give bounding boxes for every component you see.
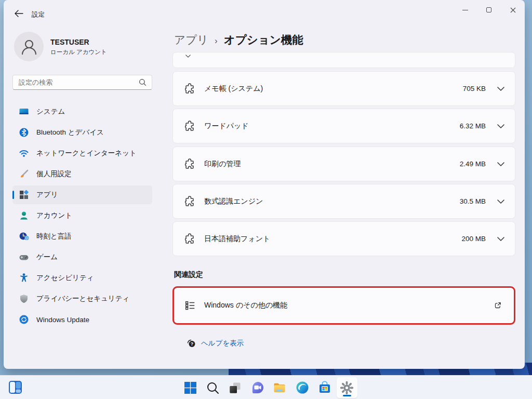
page-title: オプション機能 (224, 32, 303, 47)
sidebar-item-bluetooth[interactable]: Bluetooth とデバイス (12, 123, 152, 142)
help-link[interactable]: ヘルプを表示 (201, 339, 244, 348)
avatar[interactable] (14, 32, 44, 61)
store-button[interactable] (313, 376, 336, 399)
chat-icon (251, 381, 264, 394)
widgets-button[interactable] (8, 380, 22, 396)
window-title: 設定 (32, 10, 45, 19)
task-view-icon (229, 381, 242, 394)
widgets-icon (8, 380, 22, 394)
gear-icon (340, 381, 354, 395)
feature-name: ワードパッド (204, 122, 249, 131)
edge-button[interactable] (291, 376, 313, 399)
search-input[interactable] (13, 78, 139, 86)
settings-button[interactable] (337, 377, 357, 398)
feature-row[interactable]: 数式認識エンジン 30.5 MB (172, 184, 515, 219)
feature-name: メモ帳 (システム) (204, 84, 263, 94)
sidebar-item-label: アカウント (36, 211, 72, 220)
breadcrumb-parent[interactable]: アプリ (174, 32, 208, 47)
chevron-down-icon[interactable] (497, 87, 504, 91)
edge-icon (296, 381, 309, 394)
start-button[interactable] (179, 376, 202, 399)
sidebar-item-label: アプリ (36, 190, 58, 200)
search-icon (206, 381, 219, 394)
update-icon (19, 314, 29, 325)
feature-row[interactable]: メモ帳 (システム) 705 KB (172, 71, 515, 106)
chevron-down-icon[interactable] (497, 237, 504, 241)
sidebar-item-accounts[interactable]: アカウント (12, 206, 152, 225)
feature-name: 日本語補助フォント (204, 234, 270, 244)
chevron-down-icon[interactable] (497, 200, 504, 204)
feature-name: 数式認識エンジン (204, 197, 263, 206)
sidebar-item-personalization[interactable]: 個人用設定 (12, 165, 152, 183)
file-explorer-button[interactable] (269, 376, 291, 399)
chat-button[interactable] (246, 376, 269, 399)
gamepad-icon (19, 252, 29, 262)
task-view-button[interactable] (224, 376, 246, 399)
puzzle-icon (183, 195, 196, 208)
back-button[interactable] (11, 7, 26, 20)
windows-features-label: Windows のその他の機能 (204, 301, 287, 310)
settings-search[interactable] (12, 75, 152, 90)
sidebar-item-privacy[interactable]: プライバシーとセキュリティ (12, 289, 152, 308)
clock-globe-icon (19, 231, 29, 242)
feature-row[interactable]: 印刷の管理 2.49 MB (172, 147, 515, 181)
feature-row-partial[interactable] (172, 52, 515, 68)
minimize-button[interactable] (453, 0, 477, 20)
sidebar-item-label: 個人用設定 (36, 169, 72, 179)
bluetooth-icon (19, 127, 29, 138)
related-settings-heading: 関連設定 (174, 270, 203, 280)
puzzle-icon (183, 158, 196, 170)
breadcrumb-separator-icon: › (215, 36, 218, 46)
puzzle-icon (183, 120, 196, 132)
sidebar-item-time-language[interactable]: 時刻と言語 (12, 227, 152, 246)
user-name: TESTUSER (50, 38, 89, 46)
feature-size: 705 KB (463, 85, 486, 92)
sidebar-item-system[interactable]: システム (12, 102, 152, 121)
selected-accent-bar (12, 191, 14, 199)
feature-size: 6.32 MB (460, 122, 486, 130)
sidebar-item-label: ネットワークとインターネット (36, 149, 137, 158)
file-explorer-icon (273, 381, 287, 395)
sidebar-item-accessibility[interactable]: アクセシビリティ (12, 269, 152, 287)
minimize-icon (462, 10, 468, 10)
sidebar-item-network[interactable]: ネットワークとインターネット (12, 144, 152, 163)
sidebar-item-label: Bluetooth とデバイス (36, 128, 104, 137)
person-icon (19, 36, 39, 57)
sidebar-item-gaming[interactable]: ゲーム (12, 248, 152, 267)
feature-size: 200 MB (461, 235, 486, 243)
external-link-icon (493, 301, 502, 310)
settings-window: 設定 TESTUSER ローカル アカウント システム Bluetooth とデ… (4, 0, 525, 369)
taskbar: A 14:46 2022/02/18 (0, 375, 532, 399)
sidebar-item-label: ゲーム (36, 252, 58, 262)
help-link-row[interactable]: ? ヘルプを表示 (187, 338, 244, 348)
start-icon (184, 381, 197, 394)
feature-size: 2.49 MB (460, 160, 486, 168)
sidebar-item-label: Windows Update (36, 316, 89, 324)
brush-icon (19, 169, 29, 179)
shield-icon (19, 294, 29, 304)
sidebar-item-label: システム (36, 107, 65, 116)
store-icon (318, 381, 331, 394)
windows-features-row-highlighted[interactable]: Windows のその他の機能 (172, 286, 515, 325)
feature-name: 印刷の管理 (204, 159, 241, 169)
sidebar-item-apps[interactable]: アプリ (12, 185, 152, 204)
system-icon (19, 107, 29, 117)
sidebar-item-label: 時刻と言語 (36, 232, 72, 241)
help-icon: ? (187, 338, 196, 348)
breadcrumb: アプリ › オプション機能 (174, 32, 303, 47)
sidebar-item-windows-update[interactable]: Windows Update (12, 310, 152, 329)
chevron-down-icon[interactable] (497, 124, 504, 128)
wifi-icon (19, 148, 29, 158)
maximize-button[interactable] (477, 0, 501, 20)
detailed-list-icon (184, 300, 196, 311)
back-arrow-icon (14, 10, 23, 17)
feature-row[interactable]: ワードパッド 6.32 MB (172, 109, 515, 143)
puzzle-icon (183, 83, 196, 95)
feature-row[interactable]: 日本語補助フォント 200 MB (172, 221, 515, 256)
icon-fragment (185, 55, 191, 58)
maximize-icon (486, 7, 491, 12)
puzzle-icon (183, 233, 196, 245)
chevron-down-icon[interactable] (497, 162, 504, 166)
taskbar-search-button[interactable] (202, 376, 224, 399)
close-button[interactable] (501, 0, 525, 20)
